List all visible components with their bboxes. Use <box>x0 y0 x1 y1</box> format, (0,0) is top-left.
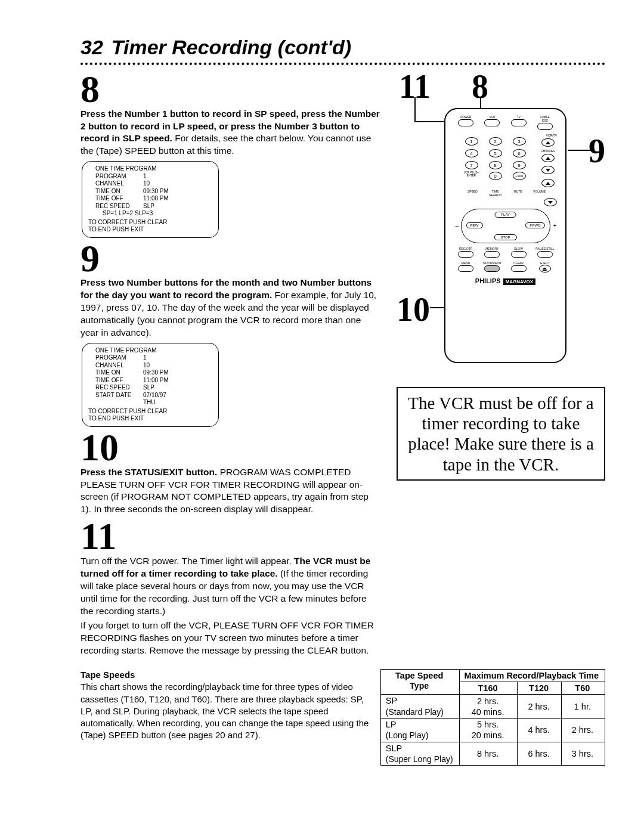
step-11-number: 11 <box>80 519 380 554</box>
number-3-button[interactable]: 3 <box>513 137 526 145</box>
cable-dss-button[interactable] <box>537 123 553 130</box>
menu-button[interactable] <box>458 265 473 272</box>
warning-text: The VCR must be off for a timer recordin… <box>408 394 594 474</box>
number-2-button[interactable]: 2 <box>489 137 502 145</box>
remote-diagram: 11 8 9 10 POWER VCR TV CABLE DSS VCR/TV <box>397 69 605 379</box>
number-4-button[interactable]: 4 <box>465 149 478 157</box>
osd-screen-2: ONE TIME PROGRAM PROGRAM1 CHANNEL10 TIME… <box>82 343 219 427</box>
plus-icon: + <box>553 222 557 229</box>
osd1-title: ONE TIME PROGRAM <box>95 165 212 173</box>
table-row: SLP(Super Long Play) 8 hrs. 6 hrs. 3 hrs… <box>380 742 605 766</box>
stop-button[interactable]: STOP <box>494 234 516 240</box>
eject-button[interactable]: ⏏ <box>539 265 551 272</box>
step-10: 10 Press the STATUS/EXIT button. PROGRAM… <box>80 431 380 516</box>
step-8-number: 8 <box>80 72 380 107</box>
channel-down-button[interactable] <box>541 166 555 174</box>
number-7-button[interactable]: 7 <box>465 161 478 169</box>
step-9: 9 Press two Number buttons for the month… <box>80 241 380 339</box>
osd-screen-1: ONE TIME PROGRAM PROGRAM1 CHANNEL10 TIME… <box>82 161 219 238</box>
memory-button[interactable] <box>484 251 500 258</box>
table-row: LP(Long Play) 5 hrs.20 mins. 4 hrs. 2 hr… <box>380 719 605 742</box>
page-heading: Timer Recording (cont'd) <box>112 36 351 58</box>
speeds-heading: Tape Speeds <box>80 670 135 680</box>
remote-control: POWER VCR TV CABLE DSS VCR/TV 1 2 3 4 5 <box>444 108 566 363</box>
vcr-button[interactable] <box>484 119 500 126</box>
volume-down-button[interactable] <box>544 198 557 206</box>
up-button[interactable] <box>541 179 555 187</box>
rec-otr-button[interactable] <box>458 251 473 258</box>
channel-up-button[interactable] <box>541 154 555 162</box>
title-divider <box>80 63 605 65</box>
clear-button[interactable] <box>511 265 527 272</box>
play-button[interactable]: PLAY <box>494 212 516 218</box>
transport-ring: – + PLAY REW F.FWD STOP <box>461 209 550 243</box>
power-button[interactable] <box>458 119 473 126</box>
step-11-rest2: If you forget to turn off the VCR, PLEAS… <box>80 620 380 657</box>
step-10-number: 10 <box>80 431 380 465</box>
callout-10: 10 <box>397 293 430 326</box>
tape-speeds-section: Tape Speeds This chart shows the recordi… <box>80 669 605 766</box>
step-9-number: 9 <box>80 241 380 276</box>
number-6-button[interactable]: 6 <box>513 149 526 157</box>
tape-speeds-table: Tape SpeedType Maximum Record/Playback T… <box>380 669 605 766</box>
step-10-bold: Press the STATUS/EXIT button. <box>80 467 217 477</box>
speeds-text: This chart shows the recording/playback … <box>80 682 369 740</box>
slow-button[interactable] <box>511 251 527 258</box>
number-9-button[interactable]: 9 <box>513 161 526 169</box>
number-5-button[interactable]: 5 <box>489 149 502 157</box>
rewind-button[interactable]: REW <box>466 222 483 228</box>
table-row: SP(Standard Play) 2 hrs.40 mins. 2 hrs. … <box>380 695 605 719</box>
tv-button[interactable] <box>511 119 527 126</box>
number-1-button[interactable]: 1 <box>465 137 478 145</box>
number-0-button[interactable]: 0 <box>489 172 502 180</box>
brand-label: PHILIPS MAGNAVOX <box>453 277 558 284</box>
step-11: 11 Turn off the VCR power. The Timer lig… <box>80 519 380 657</box>
step-11-pre: Turn off the VCR power. The Timer light … <box>80 556 294 566</box>
page-title: 32Timer Recording (cont'd) <box>80 36 605 59</box>
warning-box: The VCR must be off for a timer recordin… <box>397 387 605 481</box>
pause-still-button[interactable] <box>537 251 553 258</box>
step-8: 8 Press the Number 1 button to record in… <box>80 72 380 157</box>
vcrtv-up-button[interactable] <box>541 138 555 147</box>
callout-9: 9 <box>589 134 605 168</box>
page-number: 32 <box>80 36 103 58</box>
number-8-button[interactable]: 8 <box>489 161 502 169</box>
fast-forward-button[interactable]: F.FWD <box>525 222 544 228</box>
plus-100-button[interactable]: +100 <box>513 172 526 180</box>
status-exit-button[interactable] <box>484 265 500 272</box>
minus-icon: – <box>456 222 459 229</box>
